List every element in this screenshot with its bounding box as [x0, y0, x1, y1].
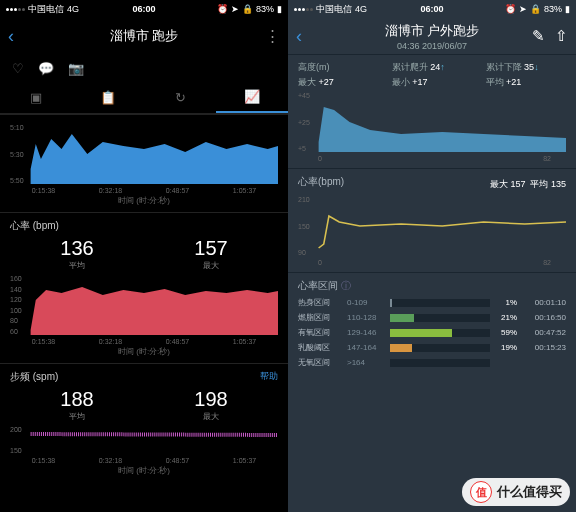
- alarm-icon: ⏰: [505, 4, 516, 14]
- zone-row: 燃脂区间110-12821%00:16:50: [298, 312, 566, 323]
- info-icon[interactable]: ⓘ: [341, 280, 351, 291]
- location-icon: ➤: [231, 4, 239, 14]
- back-icon[interactable]: ‹: [296, 26, 302, 47]
- header: ‹ 淄博市 户外跑步 04:36 2019/06/07 ✎⇧: [288, 18, 576, 54]
- status-bar: 中国电信4G 06:00 ⏰➤🔒83%▮: [288, 0, 576, 18]
- comment-icon[interactable]: 💬: [38, 61, 54, 76]
- tab-map[interactable]: ↻: [144, 82, 216, 113]
- tab-charts[interactable]: 📈: [216, 82, 288, 113]
- tabs: ▣ 📋 ↻ 📈: [0, 82, 288, 114]
- hr-section: 心率(bpm) 最大 157 平均 135 21015090 082: [288, 168, 576, 272]
- zone-row: 热身区间0-1091%00:01:10: [298, 297, 566, 308]
- altitude-chart: +45+25+5: [298, 92, 566, 152]
- watermark-icon: 值: [470, 481, 492, 503]
- hr-max: 157最大: [194, 237, 227, 271]
- heart-icon[interactable]: ♡: [12, 61, 24, 76]
- more-icon[interactable]: ⋮: [265, 27, 280, 45]
- page-subtitle: 04:36 2019/06/07: [385, 41, 480, 51]
- cad-max: 198最大: [194, 388, 227, 422]
- location-icon: ➤: [519, 4, 527, 14]
- altitude-section: 高度(m) 累计爬升 24↑ 累计下降 35↓ 最大 +27 最小 +17 平均…: [288, 54, 576, 168]
- page-title: 淄博市 跑步: [110, 27, 179, 45]
- action-bar: ♡ 💬 📷: [0, 54, 288, 82]
- pace-section: 5:105:305:50 0:15:380:32:180:48:571:05:3…: [0, 114, 288, 212]
- edit-icon[interactable]: ✎: [532, 27, 545, 45]
- back-icon[interactable]: ‹: [8, 26, 14, 47]
- header: ‹ 淄博市 跑步 ⋮: [0, 18, 288, 54]
- watermark: 值 什么值得买: [462, 478, 570, 506]
- help-link[interactable]: 帮助: [260, 370, 278, 383]
- hr-avg: 136平均: [60, 237, 93, 271]
- alarm-icon: ⏰: [217, 4, 228, 14]
- rotation-lock-icon: 🔒: [530, 4, 541, 14]
- zone-row: 无氧区间>164: [298, 357, 566, 368]
- zone-row: 乳酸阈区147-16419%00:15:23: [298, 342, 566, 353]
- status-bar: 中国电信4G 06:00 ⏰➤🔒83%▮: [0, 0, 288, 18]
- hr-chart: 1601401201008060: [10, 275, 278, 335]
- tab-summary[interactable]: ▣: [0, 82, 72, 113]
- tab-laps[interactable]: 📋: [72, 82, 144, 113]
- camera-icon[interactable]: 📷: [68, 61, 84, 76]
- battery-icon: ▮: [277, 4, 282, 14]
- cadence-chart: 200150: [10, 426, 278, 454]
- share-icon[interactable]: ⇧: [555, 27, 568, 45]
- hr-section: 心率 (bpm) 136平均 157最大 1601401201008060 0:…: [0, 212, 288, 363]
- pace-chart: 5:105:305:50: [10, 124, 278, 184]
- battery-icon: ▮: [565, 4, 570, 14]
- rotation-lock-icon: 🔒: [242, 4, 253, 14]
- hr-zones-section: 心率区间 ⓘ 热身区间0-1091%00:01:10燃脂区间110-12821%…: [288, 272, 576, 378]
- cadence-section: 步频 (spm) 帮助 188平均 198最大 200150 0:15:380:…: [0, 363, 288, 482]
- cad-avg: 188平均: [60, 388, 93, 422]
- page-title: 淄博市 户外跑步: [385, 22, 480, 40]
- hr-chart: 21015090: [298, 196, 566, 256]
- zone-row: 有氧区间129-14659%00:47:52: [298, 327, 566, 338]
